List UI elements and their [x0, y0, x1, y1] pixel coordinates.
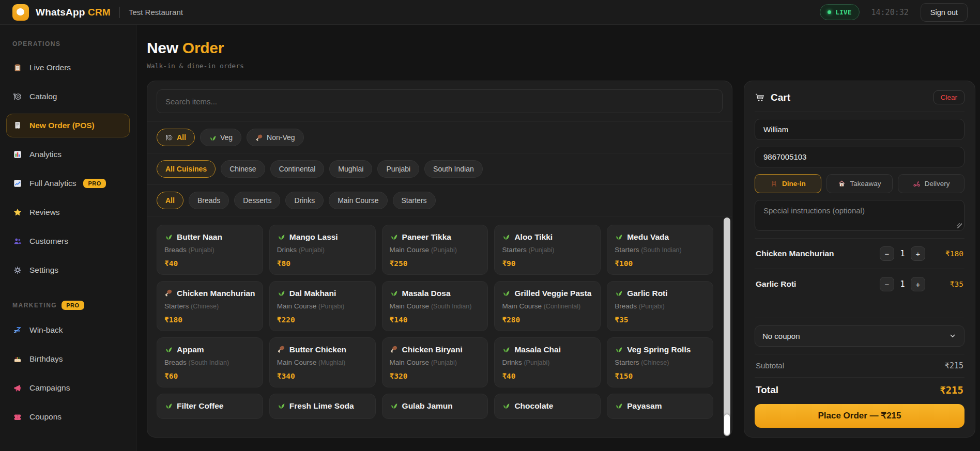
clear-cart-button[interactable]: Clear: [933, 90, 964, 104]
customer-phone-field[interactable]: [755, 147, 964, 168]
chevron-down-icon: [948, 332, 957, 340]
menu-item-chicken-biryani[interactable]: Chicken BiryaniMain Course (Punjabi)₹320: [382, 337, 488, 387]
menu-item-name: Filter Coffee: [177, 401, 223, 411]
menu-item-medu-vada[interactable]: Medu VadaStarters (South Indian)₹100: [607, 225, 713, 275]
house-icon: [838, 180, 846, 188]
instructions-wrap: [755, 200, 964, 231]
diet-filter-veg[interactable]: Veg: [200, 129, 241, 146]
menu-item-butter-naan[interactable]: Butter NaanBreads (Punjabi)₹40: [157, 225, 263, 275]
menu-item-price: ₹90: [502, 259, 593, 268]
menu-item-appam[interactable]: AppamBreads (South Indian)₹60: [157, 337, 263, 387]
category-filter-starters[interactable]: Starters: [393, 192, 436, 209]
star-icon: [13, 208, 22, 217]
order-type-delivery[interactable]: Delivery: [898, 174, 964, 193]
menu-item-cuisine: (Continental): [544, 303, 581, 310]
menu-item-name: Butter Chicken: [289, 345, 346, 355]
menu-item-fresh-lime-soda[interactable]: Fresh Lime Soda: [269, 394, 376, 418]
menu-item-name: Butter Naan: [177, 232, 222, 242]
sign-out-button[interactable]: Sign out: [921, 3, 968, 22]
menu-item-payasam[interactable]: Payasam: [607, 394, 713, 418]
diet-filter-non-veg[interactable]: Non-Veg: [247, 129, 303, 146]
customer-name-field[interactable]: [755, 119, 964, 140]
drumstick-icon: [390, 345, 398, 353]
decrease-qty-button[interactable]: −: [880, 246, 894, 261]
decrease-qty-button[interactable]: −: [880, 277, 894, 291]
sidebar-item-full-analytics[interactable]: Full AnalyticsPRO: [6, 172, 130, 195]
sidebar-item-birthdays[interactable]: Birthdays: [6, 347, 130, 371]
sidebar-item-customers[interactable]: Customers: [6, 229, 130, 253]
menu-item-price: ₹180: [164, 316, 255, 324]
clipboard-icon: [13, 63, 22, 72]
megaphone-icon: [13, 383, 22, 393]
increase-qty-button[interactable]: +: [911, 246, 925, 261]
category-filter-desserts[interactable]: Desserts: [234, 192, 280, 209]
increase-qty-button[interactable]: +: [911, 277, 925, 291]
sidebar-section-operations: OPERATIONS: [6, 40, 130, 48]
scrollbar-thumb[interactable]: [724, 414, 730, 435]
menu-item-chicken-manchurian[interactable]: Chicken ManchurianStarters (Chinese)₹180: [157, 281, 263, 331]
menu-item-price: ₹100: [615, 259, 706, 268]
sidebar-item-new-order-pos[interactable]: New Order (POS): [6, 114, 130, 137]
sidebar-item-coupons[interactable]: Coupons: [6, 405, 130, 429]
order-type-dine-in[interactable]: Dine-in: [755, 174, 821, 193]
leaf-icon: [502, 289, 510, 297]
menu-item-dal-makhani[interactable]: Dal MakhaniMain Course (Punjabi)₹220: [269, 281, 376, 331]
sidebar-item-catalog[interactable]: Catalog: [6, 85, 130, 108]
menu-item-masala-dosa[interactable]: Masala DosaMain Course (South Indian)₹14…: [382, 281, 488, 331]
sidebar-item-analytics[interactable]: Analytics: [6, 143, 130, 166]
category-filter-row: AllBreadsDessertsDrinksMain CourseStarte…: [147, 185, 732, 216]
category-filter-main-course[interactable]: Main Course: [329, 192, 387, 209]
cuisine-filter-mughlai[interactable]: Mughlai: [329, 160, 372, 178]
cuisine-filter-punjabi[interactable]: Punjabi: [377, 160, 419, 178]
cart-item-price: ₹180: [933, 250, 963, 258]
sidebar-section-marketing: MARKETINGPRO: [6, 301, 130, 310]
diet-filter-all[interactable]: All: [157, 129, 195, 146]
coupon-select[interactable]: No coupon: [755, 325, 964, 347]
menu-item-category: Main Course (Punjabi): [390, 246, 481, 254]
total-label: Total: [756, 384, 778, 396]
menu-item-paneer-tikka[interactable]: Paneer TikkaMain Course (Punjabi)₹250: [382, 225, 488, 275]
cart-header: Cart Clear: [755, 90, 964, 112]
menu-item-veg-spring-rolls[interactable]: Veg Spring RollsStarters (Chinese)₹150: [607, 337, 713, 387]
special-instructions-field[interactable]: [755, 200, 964, 231]
menu-item-garlic-roti[interactable]: Garlic RotiBreads (Punjabi)₹35: [607, 281, 713, 331]
cart-item-price: ₹35: [933, 280, 963, 288]
cuisine-filter-all-cuisines[interactable]: All Cuisines: [157, 160, 216, 178]
cuisine-filter-chinese[interactable]: Chinese: [221, 160, 265, 178]
sidebar-item-label: Customers: [29, 237, 68, 246]
leaf-icon: [277, 289, 285, 297]
category-filter-drinks[interactable]: Drinks: [285, 192, 324, 209]
menu-item-gulab-jamun[interactable]: Gulab Jamun: [382, 394, 488, 418]
drumstick-icon: [277, 345, 285, 353]
sidebar-item-settings[interactable]: Settings: [6, 258, 130, 282]
menu-item-cuisine: (Chinese): [191, 303, 219, 310]
menu-item-butter-chicken[interactable]: Butter ChickenMain Course (Mughlai)₹340: [269, 337, 376, 387]
menu-item-name: Veg Spring Rolls: [627, 345, 691, 355]
cuisine-filter-continental[interactable]: Continental: [270, 160, 325, 178]
sidebar-item-label: Coupons: [29, 412, 62, 422]
logo-dot-icon: [17, 8, 24, 15]
menu-item-name: Garlic Roti: [627, 288, 667, 299]
pro-badge: PRO: [83, 179, 105, 188]
menu-item-price: ₹140: [390, 316, 481, 324]
sidebar-item-live-orders[interactable]: Live Orders: [6, 56, 130, 80]
menu-item-mango-lassi[interactable]: Mango LassiDrinks (Punjabi)₹80: [269, 225, 376, 275]
menu-item-cuisine: (Punjabi): [431, 359, 457, 366]
menu-scrollbar[interactable]: [724, 217, 730, 436]
menu-item-masala-chai[interactable]: Masala ChaiDrinks (Punjabi)₹40: [494, 337, 601, 387]
sidebar-item-campaigns[interactable]: Campaigns: [6, 376, 130, 400]
sidebar-item-reviews[interactable]: Reviews: [6, 200, 130, 224]
menu-item-aloo-tikki[interactable]: Aloo TikkiStarters (Punjabi)₹90: [494, 225, 601, 275]
category-filter-all[interactable]: All: [157, 192, 183, 209]
cuisine-filter-south-indian[interactable]: South Indian: [424, 160, 483, 178]
order-type-takeaway[interactable]: Takeaway: [826, 174, 893, 193]
place-order-button[interactable]: Place Order — ₹215: [755, 404, 964, 428]
resize-handle-icon[interactable]: [957, 223, 962, 228]
sidebar-item-win-back[interactable]: Win-back: [6, 318, 130, 342]
category-filter-breads[interactable]: Breads: [189, 192, 229, 209]
menu-item-grilled-veggie-pasta[interactable]: Grilled Veggie PastaMain Course (Contine…: [494, 281, 601, 331]
menu-grid: Butter NaanBreads (Punjabi)₹40Mango Lass…: [147, 216, 732, 437]
menu-item-filter-coffee[interactable]: Filter Coffee: [157, 394, 263, 418]
search-input[interactable]: [157, 89, 723, 113]
menu-item-chocolate[interactable]: Chocolate: [494, 394, 601, 418]
